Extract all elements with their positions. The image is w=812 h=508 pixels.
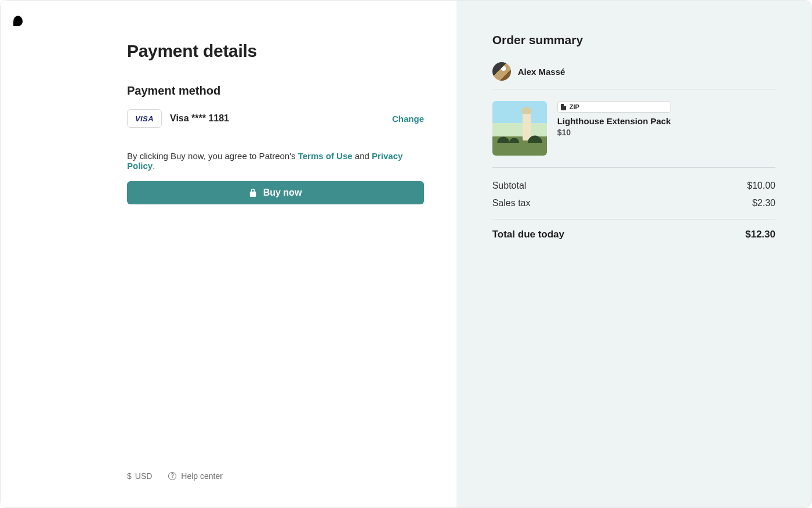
change-payment-link[interactable]: Change — [392, 114, 424, 124]
total-value: $12.30 — [745, 229, 775, 240]
help-icon: ? — [168, 472, 176, 480]
order-summary-title: Order summary — [492, 33, 775, 47]
creator-avatar — [492, 62, 511, 81]
buy-now-button[interactable]: Buy now — [127, 181, 424, 204]
line-items: Subtotal $10.00 Sales tax $2.30 — [492, 168, 775, 219]
payment-method-row: VISA Visa **** 1181 Change — [127, 109, 424, 128]
order-summary-panel: Order summary Alex Massé ZIP Lighthouse … — [456, 1, 811, 507]
agreement-text: By clicking Buy now, you agree to Patreo… — [127, 151, 424, 171]
card-brand-badge: VISA — [127, 109, 162, 128]
file-type-badge: ZIP — [557, 101, 671, 113]
product-name: Lighthouse Extension Pack — [557, 116, 671, 126]
tax-value: $2.30 — [752, 198, 775, 208]
buy-now-label: Buy now — [263, 188, 302, 198]
product-thumbnail — [492, 101, 547, 156]
product-row: ZIP Lighthouse Extension Pack $10 — [492, 89, 775, 168]
file-icon — [561, 104, 566, 110]
currency-symbol: $ — [127, 471, 132, 481]
tax-row: Sales tax $2.30 — [492, 194, 775, 212]
payment-method-heading: Payment method — [127, 84, 424, 98]
agreement-suffix: . — [153, 161, 155, 171]
payment-panel: Payment details Payment method VISA Visa… — [1, 1, 456, 507]
help-center-label: Help center — [181, 471, 223, 481]
patreon-logo-icon — [13, 16, 23, 26]
total-row: Total due today $12.30 — [492, 219, 775, 240]
currency-code: USD — [135, 471, 153, 481]
file-type-label: ZIP — [570, 103, 579, 110]
footer: $ USD ? Help center — [127, 471, 223, 481]
tax-label: Sales tax — [492, 198, 531, 208]
help-center-link[interactable]: ? Help center — [168, 471, 223, 481]
total-label: Total due today — [492, 229, 564, 240]
subtotal-value: $10.00 — [747, 181, 775, 191]
product-price: $10 — [557, 128, 671, 137]
agreement-joiner: and — [353, 151, 372, 161]
page-title: Payment details — [127, 41, 424, 61]
subtotal-row: Subtotal $10.00 — [492, 177, 775, 194]
checkout-app: Payment details Payment method VISA Visa… — [0, 0, 812, 508]
subtotal-label: Subtotal — [492, 181, 527, 191]
lock-icon — [249, 189, 256, 197]
agreement-prefix: By clicking Buy now, you agree to Patreo… — [127, 151, 298, 161]
card-description: Visa **** 1181 — [170, 113, 229, 124]
visa-icon: VISA — [135, 114, 154, 123]
creator-row: Alex Massé — [492, 62, 775, 89]
currency-selector[interactable]: $ USD — [127, 471, 152, 481]
terms-of-use-link[interactable]: Terms of Use — [298, 151, 353, 161]
creator-name: Alex Massé — [518, 67, 566, 77]
